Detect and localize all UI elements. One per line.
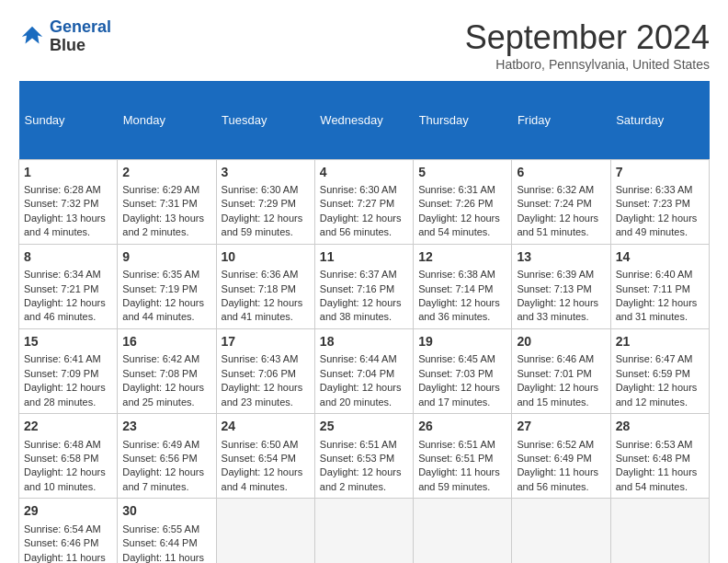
day-number: 23: [122, 418, 210, 436]
sunrise: Sunrise: 6:28 AM: [24, 184, 101, 195]
calendar-cell: 3Sunrise: 6:30 AMSunset: 7:29 PMDaylight…: [216, 159, 314, 244]
sunset: Sunset: 6:49 PM: [517, 453, 591, 464]
daylight: Daylight: 12 hours and 2 minutes.: [320, 466, 402, 491]
sunset: Sunset: 6:48 PM: [616, 453, 690, 464]
sunset: Sunset: 7:26 PM: [418, 198, 493, 209]
daylight: Daylight: 12 hours and 59 minutes.: [222, 213, 303, 237]
day-number: 16: [122, 333, 210, 351]
daylight: Daylight: 13 hours and 4 minutes.: [24, 213, 106, 237]
sunset: Sunset: 7:18 PM: [222, 283, 296, 294]
daylight: Daylight: 12 hours and 51 minutes.: [517, 213, 598, 237]
sunrise: Sunrise: 6:38 AM: [418, 269, 495, 280]
daylight: Daylight: 12 hours and 44 minutes.: [122, 297, 204, 322]
header-row: Sunday Monday Tuesday Wednesday Thursday…: [19, 81, 710, 159]
calendar-cell: [216, 499, 314, 563]
daylight: Daylight: 12 hours and 31 minutes.: [616, 297, 698, 322]
day-number: 9: [122, 248, 210, 267]
calendar-cell: 9Sunrise: 6:35 AMSunset: 7:19 PMDaylight…: [118, 244, 216, 328]
calendar-cell: 1Sunrise: 6:28 AMSunset: 7:32 PMDaylight…: [19, 159, 118, 244]
sunrise: Sunrise: 6:30 AM: [222, 184, 299, 195]
calendar-cell: 30Sunrise: 6:55 AMSunset: 6:44 PMDayligh…: [118, 499, 216, 563]
sunrise: Sunrise: 6:53 AM: [616, 439, 693, 450]
sunrise: Sunrise: 6:32 AM: [517, 184, 594, 195]
sunset: Sunset: 6:58 PM: [24, 453, 98, 464]
location: Hatboro, Pennsylvania, United States: [465, 57, 710, 72]
calendar-cell: 2Sunrise: 6:29 AMSunset: 7:31 PMDaylight…: [118, 159, 216, 244]
sunrise: Sunrise: 6:46 AM: [517, 353, 594, 364]
sunrise: Sunrise: 6:49 AM: [122, 439, 199, 450]
day-number: 10: [222, 248, 310, 267]
sunrise: Sunrise: 6:37 AM: [320, 269, 397, 280]
calendar-cell: [610, 499, 709, 563]
calendar-cell: 23Sunrise: 6:49 AMSunset: 6:56 PMDayligh…: [118, 413, 216, 498]
daylight: Daylight: 12 hours and 41 minutes.: [222, 297, 303, 322]
calendar-cell: 13Sunrise: 6:39 AMSunset: 7:13 PMDayligh…: [512, 244, 610, 328]
day-number: 13: [517, 248, 605, 267]
daylight: Daylight: 11 hours and 56 minutes.: [517, 466, 598, 491]
sunrise: Sunrise: 6:36 AM: [222, 269, 299, 280]
daylight: Daylight: 12 hours and 54 minutes.: [418, 213, 500, 237]
day-number: 6: [517, 164, 605, 182]
calendar-cell: 16Sunrise: 6:42 AMSunset: 7:08 PMDayligh…: [118, 328, 216, 413]
daylight: Daylight: 11 hours and 54 minutes.: [616, 466, 698, 491]
sunset: Sunset: 6:46 PM: [24, 537, 98, 548]
daylight: Daylight: 12 hours and 25 minutes.: [122, 382, 204, 407]
daylight: Daylight: 12 hours and 10 minutes.: [24, 466, 106, 491]
calendar-cell: 4Sunrise: 6:30 AMSunset: 7:27 PMDaylight…: [314, 159, 413, 244]
sunset: Sunset: 7:08 PM: [122, 368, 197, 379]
sunrise: Sunrise: 6:43 AM: [222, 353, 299, 364]
calendar-cell: 14Sunrise: 6:40 AMSunset: 7:11 PMDayligh…: [610, 244, 709, 328]
sunrise: Sunrise: 6:47 AM: [616, 353, 693, 364]
day-number: 24: [222, 418, 310, 436]
calendar-row: 8Sunrise: 6:34 AMSunset: 7:21 PMDaylight…: [19, 244, 710, 328]
daylight: Daylight: 12 hours and 49 minutes.: [616, 213, 698, 237]
logo-icon: [18, 23, 46, 51]
daylight: Daylight: 12 hours and 28 minutes.: [24, 382, 106, 407]
sunrise: Sunrise: 6:35 AM: [122, 269, 199, 280]
sunset: Sunset: 7:04 PM: [320, 368, 394, 379]
daylight: Daylight: 11 hours and 49 minutes.: [122, 552, 204, 564]
sunrise: Sunrise: 6:40 AM: [616, 269, 693, 280]
sunset: Sunset: 7:24 PM: [517, 198, 591, 209]
sunrise: Sunrise: 6:51 AM: [418, 439, 495, 450]
sunset: Sunset: 7:06 PM: [222, 368, 296, 379]
sunrise: Sunrise: 6:29 AM: [122, 184, 199, 195]
calendar-cell: 28Sunrise: 6:53 AMSunset: 6:48 PMDayligh…: [610, 413, 709, 498]
day-number: 21: [616, 333, 704, 351]
header-saturday: Saturday: [610, 81, 709, 159]
daylight: Daylight: 12 hours and 23 minutes.: [222, 382, 303, 407]
sunset: Sunset: 7:31 PM: [122, 198, 197, 209]
sunset: Sunset: 7:29 PM: [222, 198, 296, 209]
logo: General Blue: [18, 18, 111, 55]
sunset: Sunset: 6:59 PM: [616, 368, 690, 379]
day-number: 8: [24, 248, 112, 267]
sunrise: Sunrise: 6:31 AM: [418, 184, 495, 195]
title-block: September 2024 Hatboro, Pennsylvania, Un…: [465, 18, 710, 72]
calendar-cell: [512, 499, 610, 563]
day-number: 12: [418, 248, 506, 267]
daylight: Daylight: 11 hours and 51 minutes.: [24, 552, 106, 564]
daylight: Daylight: 12 hours and 4 minutes.: [222, 466, 303, 491]
sunrise: Sunrise: 6:33 AM: [616, 184, 693, 195]
sunrise: Sunrise: 6:44 AM: [320, 353, 397, 364]
daylight: Daylight: 12 hours and 15 minutes.: [517, 382, 598, 407]
calendar-cell: 27Sunrise: 6:52 AMSunset: 6:49 PMDayligh…: [512, 413, 610, 498]
calendar-cell: 25Sunrise: 6:51 AMSunset: 6:53 PMDayligh…: [314, 413, 413, 498]
calendar-cell: 18Sunrise: 6:44 AMSunset: 7:04 PMDayligh…: [314, 328, 413, 413]
daylight: Daylight: 12 hours and 56 minutes.: [320, 213, 402, 237]
day-number: 2: [122, 164, 210, 182]
sunset: Sunset: 6:53 PM: [320, 453, 394, 464]
day-number: 14: [616, 248, 704, 267]
sunset: Sunset: 7:27 PM: [320, 198, 394, 209]
calendar-cell: 19Sunrise: 6:45 AMSunset: 7:03 PMDayligh…: [414, 328, 512, 413]
sunrise: Sunrise: 6:48 AM: [24, 439, 101, 450]
calendar-cell: 29Sunrise: 6:54 AMSunset: 6:46 PMDayligh…: [19, 499, 118, 563]
day-number: 20: [517, 333, 605, 351]
calendar-cell: 20Sunrise: 6:46 AMSunset: 7:01 PMDayligh…: [512, 328, 610, 413]
calendar-cell: 10Sunrise: 6:36 AMSunset: 7:18 PMDayligh…: [216, 244, 314, 328]
sunrise: Sunrise: 6:41 AM: [24, 353, 101, 364]
page-header: General Blue September 2024 Hatboro, Pen…: [18, 18, 710, 72]
logo-text: General Blue: [50, 18, 111, 55]
day-number: 18: [320, 333, 408, 351]
header-sunday: Sunday: [19, 81, 118, 159]
